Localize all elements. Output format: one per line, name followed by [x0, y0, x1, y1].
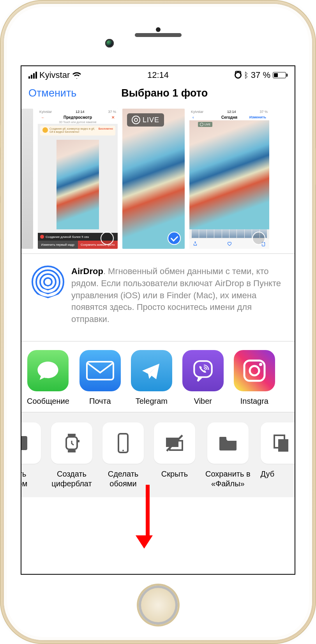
telegram-icon: [131, 350, 172, 391]
bluetooth-icon: ᛒ: [244, 71, 249, 80]
airdrop-text: AirDrop. Мгновенный обмен данными с теми…: [71, 266, 284, 326]
thumb-peek-left[interactable]: [21, 109, 33, 249]
action-duplicate-cut[interactable]: Дуб: [261, 422, 295, 489]
device-bezel: Kyivstar 12:14 ᛒ 37 % Отменить Выбрано 1…: [4, 4, 312, 640]
thumb1-banner: Создание gif, конвертор видео в gif, Gif…: [40, 126, 115, 135]
action-hide[interactable]: Скрыть: [154, 422, 195, 489]
svg-rect-15: [219, 437, 226, 440]
thumb-1[interactable]: Kyivstar12:1437 % ←Предпросмотр✕ 3D Touc…: [38, 109, 118, 249]
volume-down: [0, 202, 1, 239]
thumb-3[interactable]: Kyivstar12:1437 % ‹СегодняИзменить LIVE: [189, 109, 269, 249]
front-camera: [105, 39, 114, 48]
device-frame: Kyivstar 12:14 ᛒ 37 % Отменить Выбрано 1…: [0, 0, 316, 644]
phone-icon: [102, 422, 144, 464]
action-label: Дуб: [261, 469, 295, 479]
thumb3-time: 12:14: [227, 110, 236, 114]
svg-point-3: [250, 366, 259, 375]
thumb3-back: ‹: [192, 115, 194, 120]
live-badge: LIVE: [127, 113, 164, 127]
live-icon: [132, 116, 140, 124]
app-mail[interactable]: Почта: [79, 350, 121, 406]
album-icon: [21, 422, 41, 464]
wifi-icon: [72, 72, 81, 79]
thumb1-title: Предпросмотр: [64, 115, 92, 120]
app-instagram[interactable]: Instagra: [234, 350, 275, 406]
action-label: Сохранить в «Файлы»: [205, 469, 251, 489]
duplicate-icon: [261, 422, 295, 464]
share-apps-row[interactable]: Сообщение Почта Telegram Viber: [21, 341, 295, 412]
svg-point-11: [122, 450, 124, 451]
action-save-files[interactable]: Сохранить в «Файлы»: [205, 422, 251, 489]
mute-switch: [0, 125, 1, 148]
thumb3-carrier: Kyivstar: [191, 110, 203, 114]
thumb2-select-checked[interactable]: [168, 232, 181, 245]
action-wallpaper[interactable]: Сделать обоями: [102, 422, 144, 489]
top-bezel: [4, 4, 312, 66]
airdrop-icon: [32, 266, 64, 298]
signal-icon: [28, 72, 37, 79]
app-messages[interactable]: Сообщение: [27, 350, 69, 406]
app-label: Сообщение: [27, 397, 69, 406]
screen: Kyivstar 12:14 ᛒ 37 % Отменить Выбрано 1…: [21, 66, 295, 574]
action-watchface[interactable]: Создать циферблат: [51, 422, 92, 489]
thumb1-subtitle: 3D Touch или долгое нажатие: [38, 120, 118, 124]
svg-point-4: [259, 363, 262, 366]
svg-rect-1: [194, 361, 212, 377]
volume-up: [0, 160, 1, 197]
svg-rect-0: [87, 362, 113, 380]
app-viber[interactable]: Viber: [182, 350, 224, 406]
earpiece: [135, 33, 182, 37]
battery-icon: [273, 72, 288, 78]
page-title: Выбрано 1 фото: [41, 87, 288, 99]
svg-rect-10: [118, 434, 128, 452]
carrier-label: Kyivstar: [39, 70, 70, 80]
battery-percent: 37 %: [251, 70, 270, 80]
action-label: ить бом: [21, 469, 41, 489]
action-label: Сделать обоями: [102, 469, 144, 489]
app-label: Почта: [79, 397, 121, 406]
messages-icon: [27, 350, 69, 391]
action-label: Скрыть: [154, 469, 195, 479]
thumb1-time: 12:14: [76, 110, 85, 114]
svg-rect-17: [278, 439, 288, 452]
status-bar: Kyivstar 12:14 ᛒ 37 %: [21, 66, 295, 83]
instagram-icon: [234, 350, 275, 391]
svg-rect-9: [78, 440, 79, 442]
thumb3-select[interactable]: [252, 232, 265, 245]
thumb3-edit: Изменить: [249, 115, 266, 119]
thumb1-batt: 37 %: [108, 110, 116, 114]
nav-bar: Отменить Выбрано 1 фото: [21, 83, 295, 106]
hide-icon: [154, 422, 195, 464]
thumb3-live-badge: LIVE: [198, 122, 212, 127]
home-button[interactable]: [139, 586, 178, 625]
app-label: Viber: [182, 397, 224, 406]
thumb1-btn1: Изменить первый кадр: [38, 241, 78, 249]
action-label: Создать циферблат: [51, 469, 92, 489]
folder-icon: [207, 422, 249, 464]
mail-icon: [79, 350, 121, 391]
svg-rect-8: [68, 450, 76, 452]
thumb1-select[interactable]: [101, 232, 114, 245]
app-telegram[interactable]: Telegram: [131, 350, 172, 406]
thumb1-carrier: Kyivstar: [39, 110, 52, 114]
thumb1-strip: Создание длиной более 5 сек: [46, 235, 89, 239]
svg-rect-7: [68, 434, 76, 436]
action-album-cut[interactable]: ить бом: [21, 422, 41, 489]
app-label: Telegram: [131, 397, 172, 406]
app-label: Instagra: [234, 397, 275, 406]
clock: 12:14: [147, 70, 169, 80]
thumb3-title: Сегодня: [221, 115, 237, 120]
alarm-icon: [235, 72, 242, 79]
thumb-2[interactable]: LIVE: [122, 109, 185, 249]
watch-icon: [51, 422, 92, 464]
thumb3-batt: 37 %: [260, 110, 268, 114]
viber-icon: [182, 350, 224, 391]
svg-rect-5: [21, 436, 27, 450]
airdrop-section: AirDrop. Мгновенный обмен данными с теми…: [21, 254, 295, 341]
actions-row[interactable]: ить бом Создать циферблат Сделать обоями…: [21, 412, 295, 497]
sensor: [156, 27, 161, 32]
photo-strip[interactable]: Kyivstar12:1437 % ←Предпросмотр✕ 3D Touc…: [21, 106, 295, 253]
